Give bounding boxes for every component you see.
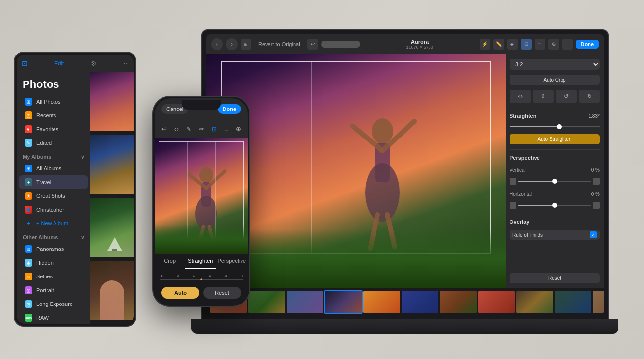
iphone-brush-icon[interactable]: ✎ (186, 125, 191, 133)
panel-divider-1 (510, 108, 600, 108)
sidebar-label-great-shots: Great Shots (36, 193, 65, 199)
boat-icon (105, 237, 125, 252)
sidebar-item-new-album[interactable]: + + New Album (19, 217, 88, 230)
ipad-layout-icon[interactable]: ⊡ (22, 59, 27, 67)
favorites-icon: ♥ (25, 125, 32, 133)
horizontal-thumb[interactable] (552, 203, 557, 208)
mac-filter-icon[interactable]: ≡ (535, 39, 545, 50)
flip-rotate-row: ⇔ ⇕ ↺ ↻ (510, 90, 600, 103)
mac-photo-title: Aurora (364, 39, 476, 45)
filmstrip-thumb-8[interactable] (478, 291, 515, 313)
sidebar-item-raw[interactable]: RAW RAW (19, 311, 88, 324)
mac-done-button[interactable]: Done (576, 40, 599, 49)
my-albums-section: My Albums ∨ (17, 150, 90, 162)
iphone-crop-icon[interactable]: ⊡ (212, 125, 217, 133)
aspect-ratio-select[interactable]: 3:2 4:3 16:9 1:1 (510, 59, 600, 70)
iphone-done-button[interactable]: Done (218, 104, 242, 114)
other-albums-chevron[interactable]: ∨ (81, 235, 84, 240)
filmstrip-thumb-2[interactable] (248, 291, 285, 313)
vertical-slider[interactable] (518, 181, 591, 182)
auto-crop-button[interactable]: Auto Crop (510, 75, 600, 85)
aspect-ratio-row: 3:2 4:3 16:9 1:1 (510, 59, 600, 70)
iphone-tab-perspective[interactable]: Perspective (216, 254, 248, 269)
iphone-ruler-track[interactable]: ▲ (160, 279, 243, 280)
iphone-main-photo (155, 138, 248, 254)
iphone-landscape-overlay (155, 224, 248, 254)
straighten-slider[interactable] (510, 126, 600, 127)
sidebar-item-all-photos[interactable]: ⊞ All Photos (19, 95, 88, 109)
mac-slider[interactable] (321, 41, 360, 48)
mac-undo-icon[interactable]: ↩ (307, 39, 318, 50)
horizontal-slider[interactable] (518, 205, 591, 206)
ipad-settings-icon[interactable]: ⚙ (91, 60, 97, 67)
sidebar-item-favorites[interactable]: ♥ Favorites (19, 122, 88, 136)
sidebar-label-raw: RAW (36, 315, 49, 321)
mac-reset-button[interactable]: Reset (510, 273, 600, 283)
sidebar-item-travel[interactable]: ✈ Travel (19, 175, 88, 189)
straighten-fill (510, 126, 559, 127)
flip-horizontal-button[interactable]: ⇔ (510, 90, 531, 103)
mac-share-icon[interactable]: ⋯ (562, 39, 573, 50)
auto-straighten-button[interactable]: Auto Straighten (510, 134, 600, 144)
iphone-tab-straighten[interactable]: Straighten (185, 254, 215, 269)
iphone-reset-button[interactable]: Reset (203, 287, 241, 299)
sidebar-label-all-albums: All Albums (36, 166, 61, 171)
filmstrip-thumb-5[interactable] (363, 291, 400, 313)
mac-back-button[interactable]: ‹ (211, 38, 223, 50)
iphone-auto-button[interactable]: Auto (161, 287, 199, 299)
hidden-icon: ◉ (25, 259, 32, 267)
sidebar-item-selfies[interactable]: ☺ Selfies (19, 270, 88, 283)
sidebar-item-all-albums[interactable]: ⊞ All Albums (19, 162, 88, 175)
mac-crop-icon[interactable]: ⊡ (521, 39, 532, 50)
overlay-checkbox[interactable]: ✓ (590, 231, 597, 238)
mac-revert-button[interactable]: Revert to Original (254, 40, 304, 49)
iphone-more-icon[interactable]: ⊕ (236, 125, 241, 133)
iphone-tab-crop[interactable]: Crop (155, 254, 185, 269)
mac-extension-icon[interactable]: ◈ (507, 39, 518, 50)
rotate-right-button[interactable]: ↻ (579, 90, 600, 103)
iphone-pencil-icon[interactable]: ✏ (199, 125, 204, 133)
flip-vertical-button[interactable]: ⇕ (533, 90, 554, 103)
mac-view-icon[interactable]: ⊞ (241, 39, 251, 50)
iphone-undo-icon[interactable]: ↩ (161, 125, 167, 133)
sidebar-item-christopher[interactable]: 👤 Christopher (19, 203, 88, 217)
sidebar-item-hidden[interactable]: ◉ Hidden (19, 256, 88, 270)
filmstrip-thumb-10[interactable] (555, 291, 591, 313)
straighten-thumb[interactable] (557, 124, 562, 129)
overlay-select-row[interactable]: Rule of Thirds ✓ (510, 230, 600, 240)
iphone-code-icon[interactable]: ‹› (174, 125, 179, 133)
sidebar-item-panoramas[interactable]: ⊟ Panoramas (19, 242, 88, 256)
ipad-photo-4[interactable] (90, 261, 134, 320)
iphone-ruler-container: -1 0 1 2 3 4 ▲ (160, 274, 243, 280)
sidebar-item-recents[interactable]: ◷ Recents (19, 109, 88, 122)
sidebar-item-great-shots[interactable]: ★ Great Shots (19, 189, 88, 203)
ipad-photo-2[interactable] (90, 135, 134, 194)
sidebar-item-portrait[interactable]: ◎ Portrait (19, 283, 88, 297)
edited-icon: ✎ (25, 139, 32, 147)
mac-markup-icon[interactable]: ✏️ (493, 39, 504, 50)
all-photos-icon: ⊞ (25, 98, 32, 106)
vertical-thumb[interactable] (552, 179, 557, 184)
filmstrip-thumb-6[interactable] (402, 291, 438, 313)
travel-icon: ✈ (25, 178, 32, 186)
mac-adjust-icon[interactable]: ⚡ (480, 39, 490, 50)
rotate-left-button[interactable]: ↺ (556, 90, 577, 103)
my-albums-chevron[interactable]: ∨ (81, 154, 84, 160)
ipad-photo-3[interactable] (90, 198, 134, 257)
ipad-edit-button[interactable]: Edit (54, 60, 64, 66)
sidebar-item-long-exposure[interactable]: ◷ Long Exposure (19, 297, 88, 311)
straighten-label: Straighten (510, 113, 536, 119)
filmstrip-thumb-4[interactable] (325, 291, 362, 313)
sidebar-item-edited[interactable]: ✎ Edited (19, 136, 88, 150)
filmstrip-thumb-3[interactable] (287, 291, 323, 313)
mac-forward-button[interactable]: › (226, 38, 238, 50)
filmstrip-thumb-11[interactable] (593, 291, 604, 313)
filmstrip-thumb-7[interactable] (440, 291, 477, 313)
iphone-filter-icon[interactable]: ≡ (224, 125, 228, 133)
ipad-photo-1[interactable] (90, 72, 134, 131)
ipad-more-button[interactable]: ··· (124, 60, 129, 67)
filmstrip-thumb-9[interactable] (516, 291, 553, 313)
iphone-screen: Cancel Done ↩ ‹› ✎ ✏ ⊡ ≡ ⊕ (155, 98, 248, 304)
crop-overlay[interactable] (221, 61, 491, 254)
mac-more-icon[interactable]: ⊕ (548, 39, 559, 50)
